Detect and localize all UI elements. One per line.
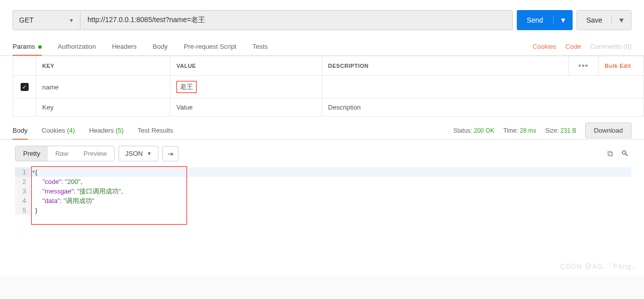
value-cell[interactable]: 老王 <box>170 76 322 98</box>
time-label: Time: 28 ms <box>503 127 536 134</box>
view-pretty[interactable]: Pretty <box>16 146 48 161</box>
request-tabs: Params Authorization Headers Body Pre-re… <box>0 38 644 56</box>
watermark: CSDN @AG.『Feng』 <box>560 262 639 271</box>
row-checkbox[interactable]: ✓ <box>21 83 29 91</box>
send-caret-icon[interactable]: ▼ <box>554 16 573 24</box>
format-select[interactable]: JSON▼ <box>119 146 158 161</box>
caret-down-icon: ▼ <box>69 18 74 23</box>
send-button[interactable]: Send ▼ <box>517 10 573 30</box>
value-placeholder[interactable]: Value <box>170 98 322 117</box>
desc-cell[interactable] <box>322 76 643 98</box>
key-placeholder[interactable]: Key <box>36 98 170 117</box>
desc-header: DESCRIPTION <box>322 56 568 76</box>
tab-prerequest[interactable]: Pre-request Script <box>183 38 236 55</box>
comments-link[interactable]: Comments (0) <box>590 43 631 50</box>
tab-authorization[interactable]: Authorization <box>58 38 96 55</box>
resp-tab-cookies[interactable]: Cookies (4) <box>42 122 75 139</box>
status-label: Status: 200 OK <box>453 127 494 134</box>
tab-body[interactable]: Body <box>153 38 168 55</box>
key-header: KEY <box>36 56 170 76</box>
key-cell[interactable]: name <box>36 76 170 98</box>
params-dot-icon <box>38 45 42 49</box>
checkbox-header <box>13 56 36 76</box>
response-tabs: Body Cookies (4) Headers (5) Test Result… <box>0 122 644 140</box>
resp-tab-testresults[interactable]: Test Results <box>138 122 173 139</box>
search-icon[interactable]: 🔍︎ <box>621 149 629 158</box>
tab-tests[interactable]: Tests <box>252 38 267 55</box>
table-row-empty: Key Value Description <box>13 98 644 117</box>
url-text: http://127.0.0.1:8085/test?name=老王 <box>87 16 205 25</box>
save-label: Save <box>577 16 612 24</box>
caret-down-icon: ▼ <box>147 151 152 156</box>
desc-placeholder[interactable]: Description <box>322 98 643 117</box>
view-raw[interactable]: Raw <box>48 146 76 161</box>
code-link[interactable]: Code <box>566 43 581 50</box>
value-header: VALUE <box>170 56 322 76</box>
bulk-header: Bulk Edit <box>599 56 644 76</box>
response-body-code[interactable]: 1▼{ 2 "code": "200", 3 "messgae": "接口调用成… <box>15 167 631 275</box>
url-input[interactable]: http://127.0.0.1:8085/test?name=老王 <box>80 10 513 30</box>
table-row: ✓ name 老王 <box>13 76 644 98</box>
resp-tab-headers[interactable]: Headers (5) <box>89 122 124 139</box>
size-label: Size: 231 B <box>545 127 576 134</box>
view-preview[interactable]: Preview <box>76 146 114 161</box>
tab-params[interactable]: Params <box>13 38 42 55</box>
method-label: GET <box>19 16 34 24</box>
send-label: Send <box>517 16 554 24</box>
ellipsis-icon: ••• <box>579 61 589 70</box>
copy-icon[interactable]: ⧉ <box>607 149 613 158</box>
resp-tab-body[interactable]: Body <box>13 122 28 139</box>
bulk-edit-link[interactable]: Bulk Edit <box>605 63 631 69</box>
wrap-icon: ⇥ <box>167 150 173 158</box>
download-button[interactable]: Download <box>585 123 631 138</box>
format-bar: Pretty Raw Preview JSON▼ ⇥ ⧉ 🔍︎ <box>0 140 644 167</box>
value-highlight: 老王 <box>176 81 197 93</box>
cookies-link[interactable]: Cookies <box>533 43 557 50</box>
fold-icon[interactable]: ▼ <box>31 167 36 177</box>
wrap-button[interactable]: ⇥ <box>162 146 178 161</box>
view-mode-group: Pretty Raw Preview <box>15 146 115 161</box>
save-caret-icon[interactable]: ▼ <box>612 16 631 24</box>
save-button[interactable]: Save ▼ <box>577 10 631 30</box>
params-table: KEY VALUE DESCRIPTION ••• Bulk Edit ✓ na… <box>13 56 644 117</box>
method-select[interactable]: GET ▼ <box>13 10 80 30</box>
tab-headers[interactable]: Headers <box>112 38 137 55</box>
more-header[interactable]: ••• <box>569 56 599 76</box>
